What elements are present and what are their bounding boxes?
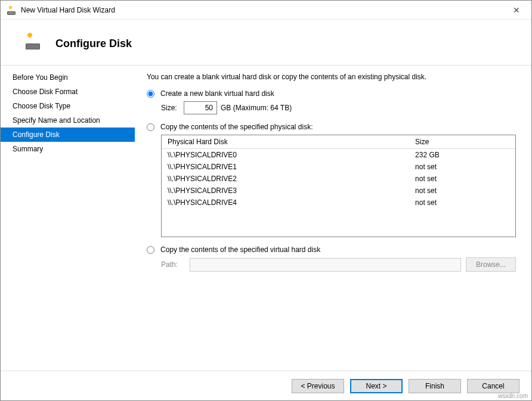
finish-button[interactable]: Finish: [409, 379, 461, 393]
path-input: [190, 258, 461, 272]
table-row[interactable]: \\.\PHYSICALDRIVE0232 GB: [162, 149, 515, 161]
col-header-disk[interactable]: Physical Hard Disk: [162, 135, 409, 149]
sidebar-item-configure-disk[interactable]: Configure Disk: [1, 128, 135, 142]
col-header-size[interactable]: Size: [409, 135, 515, 149]
steps-sidebar: Before You Begin Choose Disk Format Choo…: [1, 66, 135, 363]
option-physical-disk[interactable]: Copy the contents of the specified physi…: [147, 123, 516, 131]
table-row[interactable]: \\.\PHYSICALDRIVE2not set: [162, 173, 515, 185]
close-icon[interactable]: ✕: [503, 1, 530, 19]
wizard-icon: [24, 34, 41, 51]
option-blank-label: Create a new blank virtual hard disk: [160, 89, 274, 98]
option-virtual-disk[interactable]: Copy the contents of the specified virtu…: [147, 245, 516, 254]
sidebar-item-before-you-begin[interactable]: Before You Begin: [1, 70, 135, 85]
option-blank-disk[interactable]: Create a new blank virtual hard disk: [147, 89, 516, 98]
wizard-header: Configure Disk: [1, 20, 531, 65]
radio-virtual-disk[interactable]: [147, 246, 154, 254]
option-virtual-label: Copy the contents of the specified virtu…: [160, 245, 320, 254]
sidebar-item-summary[interactable]: Summary: [1, 142, 135, 156]
radio-physical-disk[interactable]: [147, 123, 154, 131]
page-title: Configure Disk: [55, 38, 132, 50]
content-panel: You can create a blank virtual hard disk…: [135, 66, 531, 363]
sidebar-item-choose-disk-type[interactable]: Choose Disk Type: [1, 99, 135, 113]
size-unit: GB (Maximum: 64 TB): [221, 104, 292, 112]
size-input[interactable]: [184, 101, 217, 114]
app-icon: [7, 5, 16, 15]
table-row[interactable]: \\.\PHYSICALDRIVE1not set: [162, 161, 515, 173]
sidebar-item-choose-disk-format[interactable]: Choose Disk Format: [1, 85, 135, 99]
option-physical-label: Copy the contents of the specified physi…: [160, 123, 313, 131]
physical-disk-table[interactable]: Physical Hard Disk Size \\.\PHYSICALDRIV…: [161, 135, 516, 237]
sidebar-item-specify-name-location[interactable]: Specify Name and Location: [1, 113, 135, 128]
previous-button[interactable]: < Previous: [292, 379, 344, 393]
size-label: Size:: [161, 104, 184, 112]
watermark: wsxdn.com: [498, 393, 528, 399]
footer: < Previous Next > Finish Cancel: [1, 371, 531, 400]
intro-text: You can create a blank virtual hard disk…: [147, 73, 516, 81]
path-label: Path:: [161, 260, 185, 269]
next-button[interactable]: Next >: [350, 379, 403, 393]
table-row[interactable]: \\.\PHYSICALDRIVE4not set: [162, 197, 515, 209]
radio-blank-disk[interactable]: [147, 90, 154, 98]
browse-button: Browse...: [466, 257, 516, 272]
cancel-button[interactable]: Cancel: [467, 379, 519, 393]
window-title: New Virtual Hard Disk Wizard: [21, 6, 503, 14]
table-row[interactable]: \\.\PHYSICALDRIVE3not set: [162, 185, 515, 197]
titlebar: New Virtual Hard Disk Wizard ✕: [1, 1, 531, 20]
